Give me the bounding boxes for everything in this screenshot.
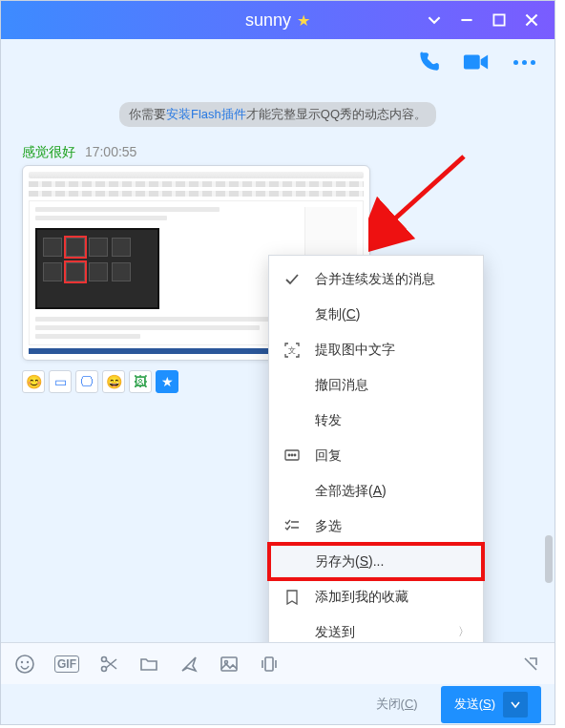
menu-label: 提取图中文字 bbox=[315, 342, 395, 359]
menu-label: 复制(C) bbox=[315, 306, 360, 323]
reply-icon bbox=[282, 447, 302, 466]
title-bar: sunny ★ bbox=[1, 1, 555, 39]
menu-label: 撤回消息 bbox=[315, 377, 368, 394]
input-toolbar: GIF bbox=[1, 642, 555, 684]
image-icon[interactable] bbox=[219, 654, 240, 675]
menu-add-favorite[interactable]: 添加到我的收藏 bbox=[269, 579, 483, 614]
window-title: sunny ★ bbox=[245, 10, 310, 31]
svg-rect-14 bbox=[265, 657, 273, 671]
send-dropdown-icon[interactable] bbox=[503, 692, 528, 718]
send-button[interactable]: 发送(S) bbox=[441, 686, 541, 723]
scrollbar[interactable] bbox=[545, 535, 553, 583]
notice-suffix: 才能完整显示QQ秀的动态内容。 bbox=[246, 107, 427, 121]
folder-icon[interactable] bbox=[138, 654, 159, 675]
menu-save-as[interactable]: 另存为(S)... bbox=[269, 544, 483, 579]
svg-point-9 bbox=[27, 660, 29, 662]
close-button[interactable] bbox=[524, 12, 539, 28]
gif-icon[interactable]: GIF bbox=[54, 655, 79, 673]
bookmark-icon bbox=[282, 588, 302, 607]
sender-name: 感觉很好 bbox=[22, 144, 75, 159]
svg-point-6 bbox=[294, 454, 296, 456]
svg-point-7 bbox=[16, 655, 33, 673]
notice-prefix: 你需要 bbox=[129, 107, 166, 121]
menu-select-all[interactable]: 全部选择(A) bbox=[269, 473, 483, 509]
keyboard-photo bbox=[35, 228, 159, 309]
check-icon bbox=[282, 270, 302, 289]
smile-icon[interactable]: 😄 bbox=[102, 370, 125, 393]
svg-rect-0 bbox=[493, 14, 504, 25]
shake-icon[interactable] bbox=[259, 654, 280, 675]
chevron-right-icon: 〉 bbox=[458, 624, 470, 640]
menu-reply[interactable]: 回复 bbox=[269, 438, 483, 473]
chat-window: sunny ★ 你需要安装Flash插件才能完整显示QQ秀的动态内容。 感觉很好… bbox=[0, 0, 555, 725]
article bbox=[35, 207, 299, 339]
close-chat-button[interactable]: 关闭(C) bbox=[376, 696, 418, 713]
menu-label: 合并连续发送的消息 bbox=[315, 271, 435, 288]
favorite-icon[interactable]: ★ bbox=[156, 370, 178, 393]
menu-label: 添加到我的收藏 bbox=[315, 589, 408, 606]
send-file-icon[interactable] bbox=[178, 654, 199, 675]
svg-point-4 bbox=[288, 454, 290, 456]
menu-copy[interactable]: 复制(C) bbox=[269, 297, 483, 332]
menu-forward[interactable]: 转发 bbox=[269, 403, 483, 438]
screen-icon[interactable]: ▭ bbox=[49, 370, 72, 393]
title-text: sunny bbox=[245, 10, 291, 31]
svg-point-5 bbox=[291, 454, 293, 456]
menu-label: 转发 bbox=[315, 412, 342, 429]
message-meta: 感觉很好 17:00:55 bbox=[22, 144, 555, 161]
maximize-button[interactable] bbox=[492, 12, 507, 28]
svg-rect-12 bbox=[221, 657, 237, 671]
menu-label: 回复 bbox=[315, 447, 342, 465]
emoji-add-icon[interactable]: 😊 bbox=[22, 370, 45, 393]
browser-tab-strip bbox=[29, 172, 364, 178]
voice-call-icon[interactable] bbox=[415, 49, 442, 75]
menu-label: 发送到 bbox=[315, 624, 355, 641]
svg-point-8 bbox=[21, 660, 23, 662]
menu-recall[interactable]: 撤回消息 bbox=[269, 367, 483, 403]
browser-bookmarks bbox=[29, 191, 364, 197]
picture-icon[interactable]: 🖼 bbox=[129, 370, 152, 393]
dropdown-icon[interactable] bbox=[427, 12, 442, 28]
menu-extract-text[interactable]: 文 提取图中文字 bbox=[269, 332, 483, 367]
monitor-icon[interactable]: 🖵 bbox=[75, 370, 98, 393]
send-label: 发送(S) bbox=[454, 696, 495, 713]
menu-label: 多选 bbox=[315, 518, 342, 535]
minimize-button[interactable] bbox=[459, 12, 474, 28]
flash-notice: 你需要安装Flash插件才能完整显示QQ秀的动态内容。 bbox=[119, 102, 436, 127]
ocr-icon: 文 bbox=[282, 341, 302, 360]
video-call-icon[interactable] bbox=[463, 49, 490, 75]
call-bar bbox=[1, 39, 555, 85]
menu-label: 另存为(S)... bbox=[315, 553, 384, 571]
install-flash-link[interactable]: 安装Flash插件 bbox=[166, 107, 246, 121]
footer-bar: 关闭(C) 发送(S) bbox=[1, 684, 555, 724]
star-icon: ★ bbox=[297, 11, 310, 30]
menu-label: 全部选择(A) bbox=[315, 483, 387, 500]
multiselect-icon bbox=[282, 517, 302, 536]
menu-multi-select[interactable]: 多选 bbox=[269, 509, 483, 544]
history-icon[interactable] bbox=[520, 654, 541, 675]
context-menu: 合并连续发送的消息 复制(C) 文 提取图中文字 撤回消息 转发 回复 全部选择… bbox=[268, 255, 484, 692]
annotation-arrow-1 bbox=[368, 149, 473, 254]
menu-merge-messages[interactable]: 合并连续发送的消息 bbox=[269, 261, 483, 297]
window-controls bbox=[427, 1, 549, 39]
message-time: 17:00:55 bbox=[85, 144, 137, 159]
svg-text:文: 文 bbox=[288, 346, 296, 355]
scissors-icon[interactable] bbox=[98, 654, 119, 675]
more-icon[interactable] bbox=[511, 49, 537, 75]
browser-toolbar bbox=[29, 181, 364, 187]
svg-rect-1 bbox=[464, 55, 480, 70]
emoji-icon[interactable] bbox=[14, 654, 35, 675]
